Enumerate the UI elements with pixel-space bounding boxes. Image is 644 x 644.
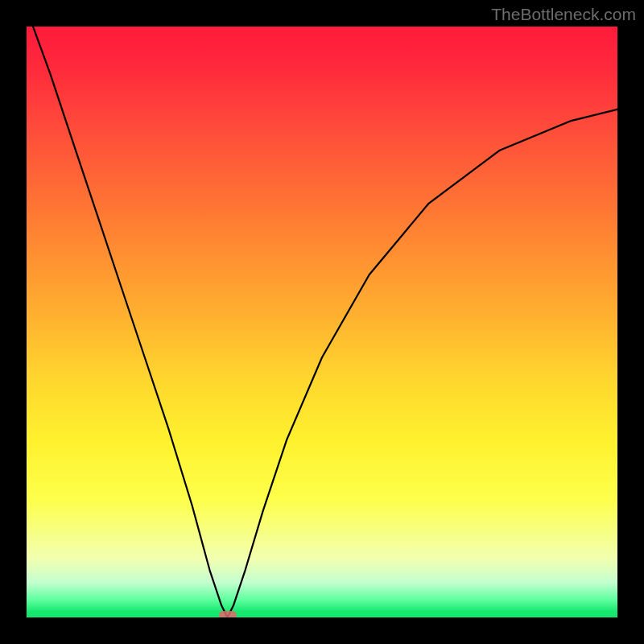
watermark-text: TheBottleneck.com — [491, 5, 636, 24]
bottleneck-curve — [27, 27, 617, 617]
plot-area — [27, 27, 617, 617]
chart-frame: TheBottleneck.com — [0, 0, 644, 644]
minimum-marker — [219, 611, 237, 617]
